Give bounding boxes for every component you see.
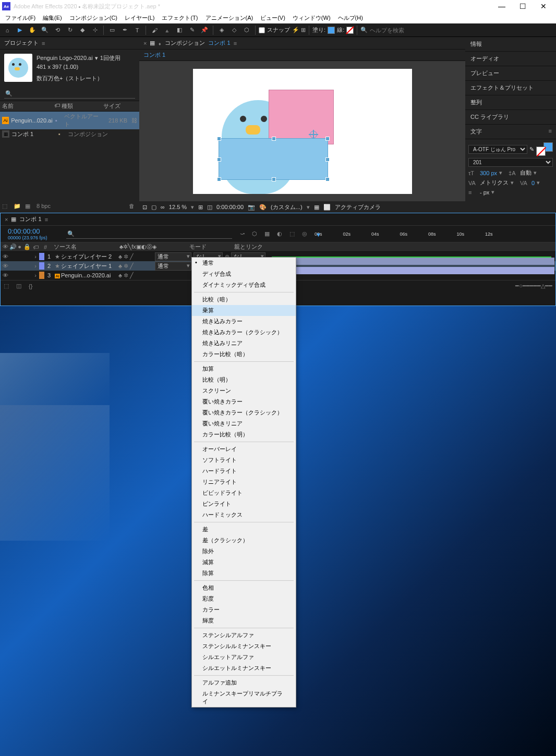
parent-col[interactable]: 親とリンク bbox=[234, 243, 286, 251]
channel-icon[interactable]: 🎨 bbox=[259, 204, 267, 211]
mode-dropdown[interactable]: 通常 bbox=[155, 252, 191, 261]
align-panel[interactable]: 整列 bbox=[465, 95, 556, 110]
color-swatches[interactable] bbox=[536, 142, 553, 156]
fontsize-value[interactable]: 300 px bbox=[480, 170, 497, 176]
mode-col[interactable]: モード bbox=[161, 243, 234, 251]
blend-mode-item[interactable]: ステンシルルミナンスキー bbox=[192, 641, 296, 652]
col-name[interactable]: 名前 bbox=[2, 102, 54, 110]
project-item[interactable]: ▦コンポ 1▪コンポジション bbox=[0, 129, 139, 139]
frameblend-icon[interactable]: ▦ bbox=[262, 229, 272, 239]
audio-panel[interactable]: オーディオ bbox=[465, 52, 556, 66]
anchor-tool-icon[interactable]: ⊹ bbox=[90, 25, 100, 35]
blend-mode-item[interactable]: ルミナンスキープリマルチプライ bbox=[192, 688, 296, 707]
grid-icon[interactable]: ⊞ bbox=[198, 204, 203, 211]
blend-mode-item[interactable]: 比較（明） bbox=[192, 374, 296, 385]
blend-mode-menu[interactable]: 通常ディザ合成ダイナミックディザ合成比較（暗）乗算焼き込みカラー焼き込みカラー（… bbox=[191, 257, 296, 708]
asset-dropdown[interactable]: ▾ bbox=[95, 54, 98, 63]
camera-select[interactable]: アクティブカメラ bbox=[335, 203, 381, 211]
help-search[interactable]: 🔍 bbox=[360, 27, 412, 33]
cclib-panel[interactable]: CC ライブラリ bbox=[465, 110, 556, 125]
blend-mode-item[interactable]: スクリーン bbox=[192, 385, 296, 396]
magnify-icon[interactable]: ⊡ bbox=[142, 204, 147, 211]
zoom-tool-icon[interactable]: 🔍 bbox=[40, 25, 50, 35]
menu-item[interactable]: ウィンドウ(W) bbox=[289, 13, 334, 23]
blend-mode-item[interactable]: ソフトライト bbox=[192, 455, 296, 466]
clone-tool-icon[interactable]: ⟁ bbox=[162, 25, 172, 35]
blend-mode-item[interactable]: ディザ合成 bbox=[192, 269, 296, 279]
camera-tool-icon[interactable]: ◆ bbox=[77, 25, 88, 35]
brainstorm-icon[interactable]: ◎ bbox=[300, 229, 309, 239]
playhead-icon[interactable]: ▼ bbox=[316, 231, 321, 238]
timecode[interactable]: 0:00:00:00 00000 (23.976 fps) bbox=[1, 226, 64, 241]
blend-mode-item[interactable]: 比較（暗） bbox=[192, 294, 296, 305]
blend-mode-item[interactable]: ハードライト bbox=[192, 466, 296, 477]
time-value[interactable]: 0:00:00:00 bbox=[216, 204, 244, 210]
blend-mode-item[interactable]: 焼き込みカラー bbox=[192, 316, 296, 327]
toggle-modes-icon[interactable]: ◫ bbox=[16, 283, 25, 289]
shy-icon[interactable]: ⤻ bbox=[237, 229, 247, 239]
home-icon[interactable]: ⌂ bbox=[2, 25, 13, 35]
3d-icon[interactable]: ⬜ bbox=[323, 204, 331, 211]
eraser-tool-icon[interactable]: ◧ bbox=[174, 25, 185, 35]
menu-item[interactable]: ファイル(F) bbox=[2, 13, 39, 23]
snapshot-icon[interactable]: 📷 bbox=[248, 204, 255, 211]
brush-tool-icon[interactable]: 🖌 bbox=[149, 25, 160, 35]
folder-icon[interactable]: 📁 bbox=[14, 203, 22, 211]
blend-mode-item[interactable]: ピンライト bbox=[192, 498, 296, 509]
res-icon[interactable]: ▢ bbox=[151, 204, 156, 211]
close-button[interactable]: ✕ bbox=[533, 2, 554, 10]
blend-mode-item[interactable]: シルエットアルファ bbox=[192, 652, 296, 663]
blend-mode-item[interactable]: 輝度 bbox=[192, 615, 296, 626]
canvas[interactable] bbox=[193, 69, 412, 194]
source-col[interactable]: ソース名 bbox=[52, 243, 119, 251]
blend-mode-item[interactable]: 除外 bbox=[192, 546, 296, 557]
maximize-button[interactable]: ☐ bbox=[512, 2, 533, 10]
mask-icon[interactable]: ◫ bbox=[207, 204, 212, 211]
blend-mode-item[interactable]: ダイナミックディザ合成 bbox=[192, 279, 296, 290]
shape-layer-2[interactable] bbox=[269, 90, 334, 144]
orbit-tool-icon[interactable]: ⟲ bbox=[52, 25, 63, 35]
blend-mode-item[interactable]: カラー比較（明） bbox=[192, 429, 296, 440]
puppet-tool-icon[interactable]: 📌 bbox=[199, 25, 210, 35]
bpc-label[interactable]: 8 bpc bbox=[37, 203, 51, 211]
blend-mode-item[interactable]: 覆い焼きカラー bbox=[192, 396, 296, 407]
extra3-icon[interactable]: ⬡ bbox=[241, 25, 252, 35]
font-select[interactable]: A-OTF じゅん Pro bbox=[468, 145, 527, 154]
comp-tab[interactable]: コンポ 1 bbox=[143, 52, 165, 58]
col-type[interactable]: 種類 bbox=[62, 102, 103, 110]
menu-item[interactable]: コンポジション(C) bbox=[66, 13, 120, 23]
blend-mode-item[interactable]: リニアライト bbox=[192, 477, 296, 487]
interpret-icon[interactable]: ⬚ bbox=[2, 203, 10, 211]
blend-mode-item[interactable]: 覆い焼きカラー（クラシック） bbox=[192, 407, 296, 418]
blend-mode-item[interactable]: 乗算 bbox=[192, 305, 296, 316]
timeline-name[interactable]: コンポ 1 bbox=[19, 215, 41, 223]
comp-name[interactable]: コンポ 1 bbox=[208, 39, 230, 47]
kerning-value[interactable]: メトリクス bbox=[480, 179, 509, 187]
blend-mode-item[interactable]: 焼き込みリニア bbox=[192, 338, 296, 349]
blend-mode-item[interactable]: アルファ追加 bbox=[192, 677, 296, 688]
menu-item[interactable]: エフェクト(T) bbox=[159, 13, 201, 23]
roto-tool-icon[interactable]: ✎ bbox=[187, 25, 197, 35]
menu-item[interactable]: ビュー(V) bbox=[257, 13, 288, 23]
project-search[interactable]: 🔍 bbox=[4, 89, 135, 99]
custom-res[interactable]: (カスタム...) bbox=[271, 203, 303, 211]
stroke-value[interactable]: - px bbox=[480, 189, 489, 196]
blend-mode-item[interactable]: オーバーレイ bbox=[192, 444, 296, 455]
preview-panel[interactable]: プレビュー bbox=[465, 66, 556, 81]
time-ruler[interactable]: ▼ 00s02s04s06s08s10s12s bbox=[312, 231, 555, 237]
stroke-control[interactable]: 線: bbox=[337, 26, 354, 34]
motionblur-icon[interactable]: ◐ bbox=[275, 229, 284, 239]
char-panel-header[interactable]: 文字≡ bbox=[465, 125, 556, 139]
blend-mode-item[interactable]: ステンシルアルファ bbox=[192, 630, 296, 641]
timeline-search[interactable]: 🔍 bbox=[66, 229, 232, 239]
blend-mode-item[interactable]: 彩度 bbox=[192, 593, 296, 604]
viewer[interactable] bbox=[139, 61, 465, 201]
menu-item[interactable]: ヘルプ(H) bbox=[335, 13, 366, 23]
blend-mode-item[interactable]: ビビッドライト bbox=[192, 487, 296, 498]
rect-tool-icon[interactable]: ▭ bbox=[107, 25, 117, 35]
blend-mode-item[interactable]: 覆い焼きリニア bbox=[192, 418, 296, 429]
rotate-tool-icon[interactable]: ↻ bbox=[65, 25, 75, 35]
fill-control[interactable]: 塗り: bbox=[312, 26, 335, 34]
extra1-icon[interactable]: ◈ bbox=[216, 25, 227, 35]
menu-item[interactable]: アニメーション(A) bbox=[202, 13, 257, 23]
